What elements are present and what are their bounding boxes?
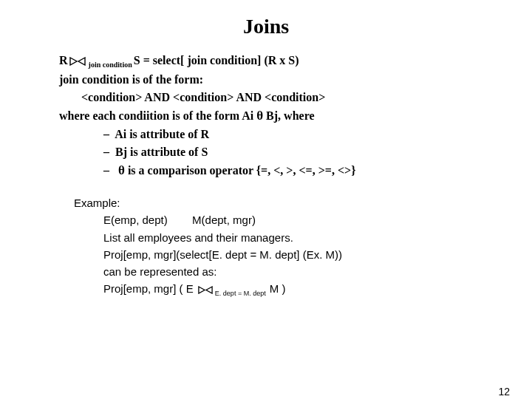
example-line-3: Proj[emp, mgr](select[E. dept = M. dept]… xyxy=(74,246,488,263)
bullet-a: – Ai is attribute of R xyxy=(59,126,488,143)
dash-icon: – xyxy=(103,146,109,158)
bullet-b: – Bj is attribute of S xyxy=(59,143,488,161)
example-line-4: can be represented as: xyxy=(74,263,488,280)
dash-icon: – xyxy=(103,164,109,177)
slide-body: Rjoin conditionS = select[ join conditio… xyxy=(59,52,488,180)
bullet-a-text: Ai is attribute of R xyxy=(115,128,209,140)
theta-symbol: θ xyxy=(256,109,263,123)
example-line-1: E(emp, dept) M(dept, mgr) xyxy=(74,211,488,228)
bullet-c-text: is a comparison operator {=, <, >, <=, >… xyxy=(125,164,356,177)
form-intro: join condition is of the form: xyxy=(59,71,488,89)
where-text-b: Bj, where xyxy=(263,109,314,122)
example-line-2: List all employees and their managers. xyxy=(74,229,488,246)
bullet-b-text: Bj is attribute of S xyxy=(115,146,208,158)
example-label: Example: xyxy=(74,194,488,211)
svg-marker-1 xyxy=(78,58,85,65)
svg-marker-3 xyxy=(206,287,212,293)
example-l5b: M ) xyxy=(267,282,286,295)
dash-icon: – xyxy=(103,128,109,140)
page-number: 12 xyxy=(498,386,510,398)
slide-title: Joins xyxy=(0,15,532,38)
example-l5a: Proj[emp, mgr] ( E xyxy=(103,282,197,295)
bowtie-icon xyxy=(198,282,213,299)
slide: Joins Rjoin conditionS = select[ join co… xyxy=(0,15,532,399)
bowtie-icon xyxy=(69,53,86,71)
example-block: Example: E(emp, dept) M(dept, mgr) List … xyxy=(74,194,488,299)
svg-marker-2 xyxy=(199,287,205,293)
example-line-5: Proj[emp, mgr] ( E E. dept = M. dept M ) xyxy=(74,280,488,299)
definition-line: Rjoin conditionS = select[ join conditio… xyxy=(59,52,488,71)
form-expression: <condition> AND <condition> AND <conditi… xyxy=(59,89,488,106)
where-text-a: where each condiition is of the form Ai xyxy=(59,109,256,122)
svg-marker-0 xyxy=(70,58,77,65)
def-subscript: join condition xyxy=(87,61,134,69)
def-prefix: R xyxy=(59,54,68,66)
where-line: where each condiition is of the form Ai … xyxy=(59,106,488,126)
bullet-c: – θ is a comparison operator {=, <, >, <… xyxy=(59,161,488,180)
example-l5-sub: E. dept = M. dept xyxy=(214,290,267,297)
def-rest: S = select[ join condition] (R x S) xyxy=(134,54,299,66)
theta-symbol: θ xyxy=(118,163,125,177)
